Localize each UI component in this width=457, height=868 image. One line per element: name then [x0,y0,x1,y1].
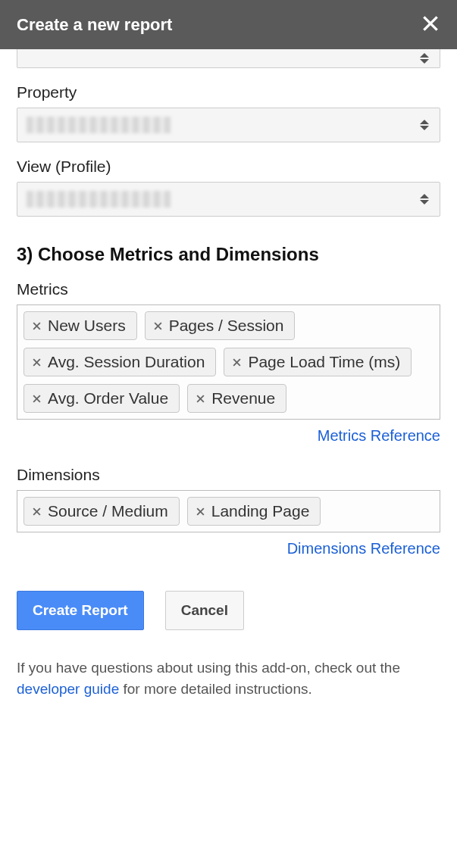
dialog-title: Create a new report [17,15,172,35]
dimensions-input[interactable]: Source / MediumLanding Page [17,490,440,532]
x-icon [196,394,205,404]
tag-label: Source / Medium [48,502,168,520]
tag-label: Landing Page [211,502,310,520]
sort-icon [420,194,429,205]
metrics-reference-link[interactable]: Metrics Reference [17,427,440,445]
redacted-value [27,183,171,216]
x-icon [32,507,42,517]
property-select[interactable] [17,108,440,142]
sort-icon [420,53,429,64]
metrics-input[interactable]: New UsersPages / SessionAvg. Session Dur… [17,304,440,420]
metric-tag: Avg. Session Duration [23,348,216,376]
property-label: Property [17,83,440,101]
remove-tag-button[interactable] [32,321,42,331]
metric-tag: New Users [23,311,137,340]
dimension-tag: Landing Page [187,497,321,526]
redacted-value [27,108,171,142]
tag-label: Avg. Session Duration [48,353,205,371]
dimensions-label: Dimensions [17,466,440,484]
footer-pre: If you have questions about using this a… [17,660,400,676]
x-icon [232,358,242,367]
metric-tag: Avg. Order Value [23,384,180,413]
sort-icon [420,120,429,130]
metric-tag: Pages / Session [145,311,296,340]
tag-label: Revenue [211,389,275,407]
create-report-button[interactable]: Create Report [17,591,144,630]
view-label: View (Profile) [17,158,440,176]
remove-tag-button[interactable] [196,507,205,517]
x-icon [153,321,163,331]
account-select[interactable] [17,49,440,68]
remove-tag-button[interactable] [153,321,163,331]
remove-tag-button[interactable] [32,358,42,367]
dialog-header: Create a new report [0,0,457,49]
remove-tag-button[interactable] [32,394,42,404]
dimensions-reference-link[interactable]: Dimensions Reference [17,540,440,557]
tag-label: Avg. Order Value [48,389,168,407]
dimension-tag: Source / Medium [23,497,180,526]
button-row: Create Report Cancel [17,591,440,630]
close-icon [421,14,440,33]
view-select[interactable] [17,182,440,217]
x-icon [196,507,205,517]
section-3-heading: 3) Choose Metrics and Dimensions [17,244,440,265]
close-button[interactable] [421,14,440,36]
remove-tag-button[interactable] [196,394,205,404]
footer-post: for more detailed instructions. [119,681,312,697]
tag-label: Pages / Session [169,317,284,335]
metric-tag: Revenue [187,384,286,413]
x-icon [32,394,42,404]
developer-guide-link[interactable]: developer guide [17,681,119,697]
footer-text: If you have questions about using this a… [17,657,440,699]
tag-label: New Users [48,317,126,335]
x-icon [32,358,42,367]
remove-tag-button[interactable] [32,507,42,517]
metric-tag: Page Load Time (ms) [224,348,412,376]
cancel-button[interactable]: Cancel [165,591,244,630]
x-icon [32,321,42,331]
dialog-body: Property View (Profile) 3) Choose Metric… [0,49,457,722]
tag-label: Page Load Time (ms) [248,353,400,371]
remove-tag-button[interactable] [232,358,242,367]
metrics-label: Metrics [17,280,440,298]
